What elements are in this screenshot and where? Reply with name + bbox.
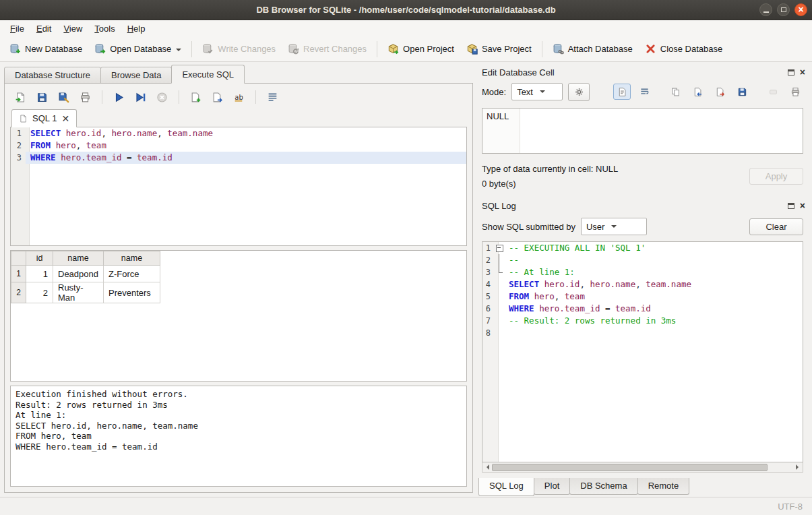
line-number: 3 (482, 266, 495, 278)
filter-label: Show SQL submitted by (482, 222, 575, 232)
scrollbar-thumb[interactable] (492, 464, 768, 471)
mode-combobox[interactable]: Text (511, 83, 563, 100)
open-database-button[interactable]: Open Database (89, 40, 187, 58)
save-cell-button[interactable] (733, 84, 751, 100)
submitted-by-combobox[interactable]: User (581, 218, 647, 235)
new-database-icon (9, 43, 21, 55)
cell-editor-gutter: NULL (482, 109, 520, 153)
menu-tools[interactable]: Tools (88, 22, 121, 36)
scroll-right-arrow[interactable] (793, 463, 803, 472)
menu-edit[interactable]: Edit (30, 22, 57, 36)
stop-execution-button (153, 88, 171, 106)
code-line: 3-- At line 1: (482, 266, 803, 278)
sql-1-tab[interactable]: SQL 1 ✕ (11, 109, 77, 127)
edit-cell-dock-title: Edit Database Cell × (478, 65, 807, 80)
fold-marker[interactable] (495, 242, 504, 254)
cell[interactable]: Rusty-Man (53, 282, 104, 303)
results-grid[interactable]: id name name 1 1 Deadpond Z-Force 2 (10, 250, 467, 382)
row-header: 2 (11, 282, 26, 303)
cell[interactable]: Preventers (104, 282, 160, 303)
menu-help[interactable]: Help (121, 22, 152, 36)
close-dock-icon[interactable]: × (800, 67, 805, 77)
cell[interactable]: 1 (26, 266, 53, 282)
column-header-id[interactable]: id (26, 251, 53, 266)
maximize-button[interactable] (777, 3, 790, 16)
document-icon (19, 114, 28, 123)
auto-mode-button[interactable] (568, 83, 590, 101)
column-header-name2[interactable]: name (104, 251, 160, 266)
statusbar: UTF-8 (0, 497, 812, 515)
new-database-label: New Database (25, 44, 82, 54)
print-cell-button[interactable] (786, 84, 804, 100)
main-tab-bar: Database Structure Browse Data Execute S… (4, 65, 473, 84)
scroll-left-arrow[interactable] (482, 463, 492, 472)
line-number: 2 (482, 254, 495, 266)
print-sql-button[interactable] (76, 88, 94, 106)
cell-value-editor[interactable]: NULL (482, 108, 803, 154)
tab-database-structure[interactable]: Database Structure (4, 67, 101, 84)
sql-log-editor[interactable]: 1-- EXECUTING ALL IN 'SQL 1'2--3-- At li… (482, 241, 803, 462)
line-number: 5 (482, 291, 495, 303)
close-database-button[interactable]: Close Database (639, 40, 728, 58)
stop-icon (156, 92, 168, 103)
fold-marker (495, 254, 504, 266)
corner-cell (11, 251, 26, 266)
menu-view[interactable]: View (57, 22, 88, 36)
import-file-button[interactable] (689, 84, 706, 100)
cell[interactable]: Z-Force (104, 266, 160, 282)
copy-button[interactable] (666, 84, 684, 100)
new-tab-icon (190, 92, 201, 103)
tab-remote[interactable]: Remote (637, 478, 690, 495)
horizontal-scrollbar[interactable] (482, 462, 803, 473)
save-sql-as-button[interactable] (55, 88, 73, 106)
tab-db-schema[interactable]: DB Schema (569, 478, 637, 495)
save-project-button[interactable]: Save Project (461, 40, 537, 58)
attach-database-button[interactable]: Attach Database (547, 40, 638, 58)
close-database-label: Close Database (660, 44, 723, 54)
find-replace-button[interactable]: ab (230, 88, 248, 106)
tab-sql-log[interactable]: SQL Log (478, 478, 534, 496)
open-sql-file-button[interactable] (11, 88, 30, 106)
float-dock-icon[interactable] (788, 69, 794, 75)
open-sql-tab-button[interactable] (208, 88, 226, 106)
format-sql-button[interactable] (263, 88, 282, 106)
execute-all-button[interactable] (110, 88, 128, 106)
close-button[interactable]: × (794, 3, 807, 16)
word-wrap-button[interactable] (635, 84, 653, 100)
cell-editor-content[interactable] (520, 109, 803, 153)
new-database-button[interactable]: New Database (4, 40, 88, 58)
save-sql-file-button[interactable] (33, 88, 51, 106)
execute-line-button[interactable] (131, 88, 150, 106)
menu-file[interactable]: File (4, 22, 30, 36)
panel-splitter[interactable] (473, 62, 478, 497)
edit-cell-toolbar: Mode: Text (478, 80, 807, 104)
execution-message-area: Execution finished without errors. Resul… (10, 386, 467, 487)
copy-icon (670, 87, 681, 97)
cell-icon-row (613, 84, 807, 100)
close-dock-icon[interactable]: × (800, 201, 805, 210)
text-view-button[interactable] (613, 84, 631, 100)
new-sql-tab-button[interactable] (187, 88, 205, 106)
clear-button[interactable]: Clear (749, 218, 803, 235)
float-dock-icon[interactable] (788, 203, 794, 209)
cell[interactable]: 2 (26, 282, 53, 303)
encoding-indicator[interactable]: UTF-8 (778, 502, 803, 512)
open-database-dropdown-icon[interactable] (176, 49, 181, 54)
tab-execute-sql[interactable]: Execute SQL (171, 65, 245, 84)
code-text (504, 327, 803, 339)
toolbar-separator (542, 41, 542, 57)
tab-browse-data[interactable]: Browse Data (100, 67, 172, 84)
cell[interactable]: Deadpond (53, 266, 104, 282)
edit-cell-title: Edit Database Cell (482, 67, 555, 78)
open-project-button[interactable]: Open Project (382, 40, 460, 58)
export-file-button[interactable] (711, 84, 728, 100)
code-text: -- Result: 2 rows returned in 3ms (504, 315, 803, 327)
close-tab-icon[interactable]: ✕ (61, 114, 69, 123)
save-icon (737, 87, 747, 97)
chevron-down-icon (540, 90, 545, 96)
fold-marker (495, 303, 504, 315)
tab-plot[interactable]: Plot (534, 478, 570, 495)
sql-editor[interactable]: 1SELECT hero.id, hero.name, team.name2FR… (10, 127, 467, 246)
column-header-name[interactable]: name (53, 251, 104, 266)
minimize-button[interactable] (759, 3, 772, 16)
